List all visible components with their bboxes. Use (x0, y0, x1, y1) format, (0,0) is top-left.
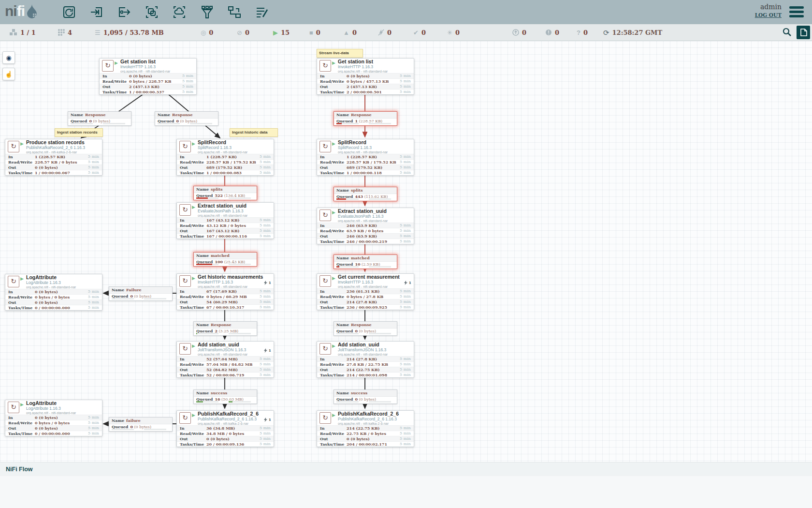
stat-row-read-write: Read/Write0 bytes / 228.57 KB5 min (100, 78, 196, 84)
stat-row-in: In52 (57.04 MB)5 min (177, 356, 274, 361)
connection-name-row: Namematched (194, 253, 257, 259)
connection-queued-row: Queued10 (2.59 KB) (334, 262, 397, 269)
canvas-label[interactable]: Ingest historic data (230, 128, 278, 137)
processor-type: InvokeHTTP 1.16.3 (198, 280, 265, 284)
stat-row-in: In1 (228.57 KB)5 min (317, 154, 414, 159)
processor[interactable]: ↻ ▶ Add station_uuid JoltTransformJSON 1… (317, 341, 414, 378)
processor[interactable]: ↻ ▶ SplitRecord SplitRecord 1.16.3 org.a… (317, 139, 414, 176)
connection-label[interactable]: Namefailure Queued0 (0 bytes) (109, 417, 173, 432)
processor[interactable]: ↻ ▶ PublishKafkaRecord_2_6 PublishKafkaR… (176, 410, 274, 447)
global-menu-icon[interactable] (789, 6, 804, 19)
logout-link[interactable]: LOG OUT (755, 12, 782, 18)
settings-panel-button[interactable] (797, 26, 810, 39)
stat-row-in: In36 (34.8 MB)5 min (177, 425, 274, 431)
connection-label[interactable]: Namematched Queued10 (2.59 KB) (334, 254, 397, 269)
warning-triangle-icon: ▲ (343, 30, 349, 36)
navigate-button[interactable]: ◉ (2, 51, 15, 64)
label-tool-icon[interactable] (255, 5, 269, 19)
processor[interactable]: ↻ ▶ Extract station_uuid EvaluateJsonPat… (176, 202, 274, 239)
stat-row-tasks-time: Tasks/Time236 / 00:00:09.9255 min (317, 304, 414, 310)
stat-row-out: Out689 (179.52 KB)5 min (317, 164, 414, 170)
backpressure-object-bar (196, 197, 218, 199)
running-status-icon: ▶ (20, 402, 24, 407)
input-port-tool-icon[interactable] (89, 5, 104, 19)
processor[interactable]: ↻ ▶ SplitRecord SplitRecord 1.16.3 org.a… (176, 139, 274, 176)
processor-icon: ↻ (319, 343, 331, 355)
connection-label[interactable]: NameFailure Queued0 (0 bytes) (109, 286, 173, 301)
connection-label[interactable]: Namesplits Queued522 (136.4 KB) (193, 186, 257, 200)
processor[interactable]: ↻ ▶ Get historic measurements InvokeHTTP… (176, 273, 274, 310)
status-locally-modified: ✳ 0 (447, 24, 460, 41)
processor[interactable]: ↻ ▶ Get current measurement InvokeHTTP 1… (317, 273, 414, 310)
stat-row-out: Out2 (457.13 KB)5 min (100, 84, 196, 89)
connection-queued-row: Queued0 (0 bytes) (155, 119, 218, 125)
connection-label[interactable]: Namesplits Queued443 (115.62 KB) (334, 187, 397, 201)
processor[interactable]: ↻ ▶ LogAttribute LogAttribute 1.16.3 org… (5, 400, 102, 436)
processor-name: Get current measurement (338, 274, 405, 280)
running-status-icon: ▶ (332, 276, 335, 281)
connection-queued-row: Queued1 (228.57 KB) (334, 119, 397, 125)
output-port-tool-icon[interactable] (117, 5, 131, 19)
connection-label[interactable]: NameResponse Queued2 (3.25 MB) (193, 321, 257, 336)
processor-icon: ↻ (179, 412, 191, 424)
connection-label[interactable]: NameResponse Queued1 (228.57 KB) (334, 111, 397, 126)
logo-text: ni (5, 3, 17, 19)
stat-row-in: In67 (17.69 KB)5 min (177, 288, 274, 294)
processor-name: Add station_uuid (198, 342, 265, 348)
flow-canvas[interactable] (0, 41, 812, 462)
processor-icon: ↻ (319, 141, 331, 152)
stat-row-read-write: Read/Write43.12 KB / 0 bytes5 min (177, 223, 274, 228)
connection-label[interactable]: NameResponse Queued0 (0 bytes) (68, 111, 131, 126)
backpressure-object-bar (336, 266, 359, 268)
refresh-icon[interactable]: ⟳ (603, 29, 609, 36)
processor-icon: ↻ (319, 275, 331, 287)
connection-label[interactable]: Namesuccess Queued16 (50.03 MB) (193, 389, 257, 404)
processor-name: Extract station_uuid (338, 209, 405, 214)
processor-name: LogAttribute (26, 401, 93, 406)
canvas-label[interactable]: Ingest station records (55, 128, 103, 137)
stat-row-tasks-time: Tasks/Time1 / 00:00:00.0675 min (5, 170, 102, 175)
stat-row-tasks-time: Tasks/Time1 / 00:00:00.0835 min (177, 170, 274, 175)
process-group-tool-icon[interactable] (145, 5, 159, 19)
stat-row-tasks-time: Tasks/Time67 / 00:00:10.3175 min (177, 304, 274, 310)
processor-type: PublishKafkaRecord_2_6 1.16.3 (198, 417, 265, 421)
status-not-transmitting: ⊘ 0 (237, 24, 249, 41)
processor-tool-icon[interactable] (62, 5, 76, 19)
processor-type: JoltTransformJSON 1.16.3 (198, 348, 265, 352)
backpressure-size-bar (229, 264, 251, 265)
processor[interactable]: ↻ ▶ PublishKafkaRecord_2_6 PublishKafkaR… (317, 410, 414, 447)
running-status-icon: ▶ (332, 141, 335, 146)
backpressure-size-bar (369, 123, 391, 124)
processor[interactable]: ↻ ▶ Add station_uuid JoltTransformJSON 1… (176, 341, 274, 378)
canvas-palette: ◉ ☝ (2, 51, 15, 84)
connection-label[interactable]: NameResponse Queued0 (0 bytes) (155, 111, 218, 126)
processor[interactable]: ↻ ▶ Get station list InvokeHTTP 1.16.3 o… (99, 58, 197, 95)
threads-icon (404, 281, 407, 285)
stat-row-in: In0 (0 bytes)5 min (317, 73, 414, 78)
breadcrumb[interactable]: NiFi Flow (6, 466, 33, 473)
processor[interactable]: ↻ ▶ LogAttribute LogAttribute 1.16.3 org… (5, 274, 102, 311)
status-invalid: ▲ 0 (343, 24, 357, 41)
pan-hand-button[interactable]: ☝ (2, 68, 15, 80)
canvas-label[interactable]: Stream live-data (317, 49, 363, 58)
connection-label[interactable]: Namematched Queued100 (25.43 KB) (193, 252, 257, 267)
status-disabled: 0 (378, 24, 392, 41)
template-tool-icon[interactable] (227, 5, 242, 19)
processor[interactable]: ↻ ▶ Get station list InvokeHTTP 1.16.3 o… (317, 58, 414, 95)
stat-row-tasks-time: Tasks/Time52 / 00:00:06.7195 min (177, 372, 274, 377)
stat-row-tasks-time: Tasks/Time1 / 00:00:00.1185 min (317, 170, 414, 175)
processor[interactable]: ↻ ▶ Produce station records PublishKafka… (5, 139, 102, 176)
remote-process-group-tool-icon[interactable] (172, 5, 187, 19)
connection-label[interactable]: NameResponse Queued0 (0 bytes) (334, 321, 397, 336)
status-active-threads: 4 (58, 24, 72, 41)
search-button[interactable] (782, 27, 792, 39)
processor[interactable]: ↻ ▶ Extract station_uuid EvaluateJsonPat… (317, 208, 414, 244)
processor-type: LogAttribute 1.16.3 (26, 406, 93, 411)
funnel-tool-icon[interactable] (200, 5, 214, 19)
stat-row-tasks-time: Tasks/Time0 / 00:00:00.0005 min (5, 305, 102, 310)
connection-label[interactable]: Namesuccess Queued0 (0 bytes) (334, 389, 397, 404)
stat-row-in: In1 (228.57 KB)5 min (5, 154, 102, 159)
status-stopped: ■ 0 (309, 24, 320, 41)
processor-icon: ↻ (319, 60, 331, 72)
backpressure-size-bar (229, 197, 251, 199)
